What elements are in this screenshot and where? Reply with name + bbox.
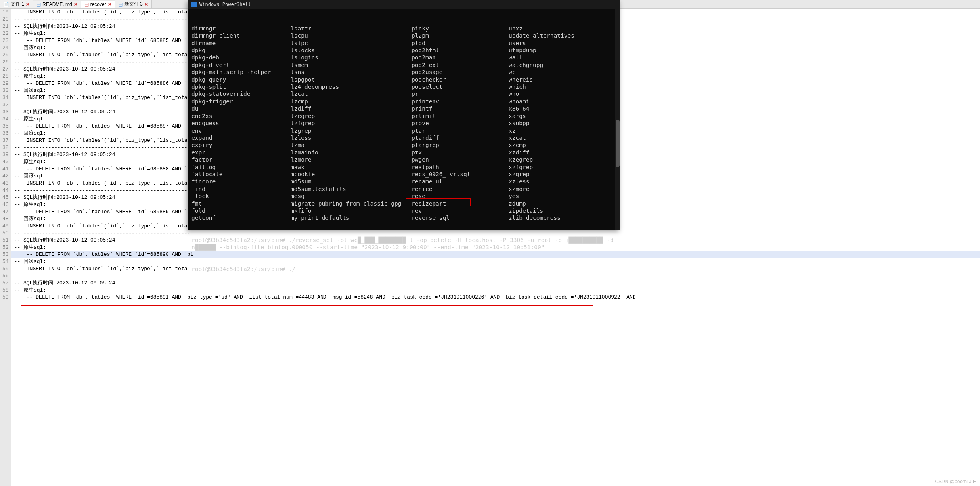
terminal-ls-entry: xzcmp bbox=[509, 141, 612, 149]
terminal-titlebar[interactable]: Windows PowerShell bbox=[188, 0, 620, 9]
terminal-ls-entry: pod2usage bbox=[412, 69, 509, 76]
terminal-ls-entry: lspgpot bbox=[291, 76, 412, 83]
terminal-ls-entry: ptargrep bbox=[412, 141, 509, 149]
terminal-ls-entry: podchecker bbox=[412, 76, 509, 83]
file-icon: ▤ bbox=[84, 2, 89, 7]
terminal-ls-entry: pod2text bbox=[412, 61, 509, 69]
terminal-ls-entry: xzdiff bbox=[509, 149, 612, 156]
tab-file1[interactable]: 📄 文件 1 ✕ bbox=[0, 0, 33, 8]
terminal-ls-entry: reset bbox=[412, 192, 509, 200]
terminal-ls-entry: lzegrep bbox=[291, 112, 412, 120]
terminal-ls-entry: env bbox=[191, 127, 291, 134]
terminal-ls-entry: podselect bbox=[412, 83, 509, 90]
terminal-ls-entry: which bbox=[509, 83, 612, 90]
terminal-ls-entry: mcookie bbox=[291, 171, 412, 178]
close-icon[interactable]: ✕ bbox=[108, 2, 112, 7]
terminal-ls-entry: pwgen bbox=[412, 156, 509, 163]
terminal-ls-entry: resizepart bbox=[412, 200, 509, 207]
terminal-ls-entry: realpath bbox=[412, 164, 509, 171]
terminal-ls-entry: xzmore bbox=[509, 185, 612, 192]
terminal-ls-entry: rev bbox=[412, 207, 509, 214]
terminal-ls-entry: lsipc bbox=[291, 40, 412, 47]
terminal-ls-entry: ptar bbox=[412, 127, 509, 134]
terminal-ls-entry: lslogins bbox=[291, 54, 412, 61]
terminal-ls-entry: yes bbox=[509, 192, 612, 200]
terminal-ls-entry: pinky bbox=[412, 25, 509, 32]
terminal-ls-entry: wc bbox=[509, 69, 612, 76]
terminal-ls-entry: lslocks bbox=[291, 47, 412, 54]
terminal-title: Windows PowerShell bbox=[199, 1, 251, 8]
terminal-ls-entry: dpkg-trigger bbox=[191, 98, 291, 105]
terminal-ls-entry: prlimit bbox=[412, 112, 509, 120]
terminal-ls-entry: zdump bbox=[509, 200, 612, 207]
terminal-ls-entry: recs_0926_ivr.sql bbox=[412, 171, 509, 178]
terminal-ls-entry: lzdiff bbox=[291, 105, 412, 112]
terminal-ls-entry: prove bbox=[412, 120, 509, 127]
terminal-ls-entry: xargs bbox=[509, 112, 612, 120]
watermark: CSDN @boomLJIE bbox=[935, 479, 976, 484]
scrollbar-thumb[interactable] bbox=[616, 120, 620, 167]
terminal-ls-entry: expand bbox=[191, 134, 291, 141]
terminal-ls-entry: dpkg bbox=[191, 47, 291, 54]
terminal-ls-entry: printf bbox=[412, 105, 509, 112]
terminal-window: Windows PowerShell dirmngrlsattrpinkyunx… bbox=[188, 0, 620, 230]
terminal-ls-entry: encguess bbox=[191, 120, 291, 127]
terminal-ls-entry: dpkg-query bbox=[191, 76, 291, 83]
terminal-ls-entry: md5sum.textutils bbox=[291, 185, 412, 192]
terminal-body[interactable]: dirmngrlsattrpinkyunxzdirmngr-clientlscp… bbox=[188, 9, 620, 289]
terminal-ls-entry: update-alternatives bbox=[509, 32, 612, 39]
terminal-scrollbar[interactable] bbox=[615, 9, 620, 230]
terminal-ls-entry: expr bbox=[191, 149, 291, 156]
close-icon[interactable]: ✕ bbox=[74, 2, 78, 7]
tab-label: README. md bbox=[42, 2, 72, 7]
terminal-ls-entry: xzless bbox=[509, 178, 612, 185]
terminal-ls-entry: xzcat bbox=[509, 134, 612, 141]
terminal-prompt-line1: root@93b34c5d3fa2:/usr/bin# ./reverse_sq… bbox=[191, 236, 617, 251]
terminal-ls-entry: unxz bbox=[509, 25, 612, 32]
tab-newfile3[interactable]: ▤ 新文件 3 ✕ bbox=[115, 0, 152, 8]
terminal-ls-entry: wall bbox=[509, 54, 612, 61]
terminal-ls-entry: xz bbox=[509, 127, 612, 134]
code-line: -- DELETE FROM `db`.`tables` WHERE `id`=… bbox=[11, 294, 980, 301]
terminal-ls-entry: lzfgrep bbox=[291, 120, 412, 127]
terminal-ls-entry: dirname bbox=[191, 40, 291, 47]
terminal-ls-entry: factor bbox=[191, 156, 291, 163]
terminal-ls-entry: mkfifo bbox=[291, 207, 412, 214]
terminal-ls-entry: lscpu bbox=[291, 32, 412, 39]
terminal-ls-entry: getconf bbox=[191, 214, 291, 221]
terminal-ls-entry: enc2xs bbox=[191, 112, 291, 120]
terminal-ls-entry: my_print_defaults bbox=[291, 214, 412, 221]
terminal-ls-entry: xsubpp bbox=[509, 120, 612, 127]
tab-label: 文件 1 bbox=[11, 1, 24, 8]
tab-readme[interactable]: ▤ README. md ✕ bbox=[33, 1, 81, 8]
terminal-ls-entry: pl2pm bbox=[412, 32, 509, 39]
terminal-ls-entry: renice bbox=[412, 185, 509, 192]
terminal-ls-entry: whoami bbox=[509, 98, 612, 105]
close-icon[interactable]: ✕ bbox=[26, 2, 30, 7]
terminal-ls-entry: find bbox=[191, 185, 291, 192]
powershell-icon bbox=[191, 2, 197, 7]
terminal-ls-entry: pldd bbox=[412, 40, 509, 47]
terminal-ls-entry: flock bbox=[191, 192, 291, 200]
terminal-prompt-line2: root@93b34c5d3fa2:/usr/bin# ./ bbox=[191, 265, 617, 273]
terminal-ls-entry: who bbox=[509, 90, 612, 97]
tab-recover[interactable]: ▤ recover ✕ bbox=[81, 1, 115, 8]
terminal-ls-entry: migrate-pubring-from-classic-gpg bbox=[291, 200, 412, 207]
terminal-ls-entry: dpkg-split bbox=[191, 83, 291, 90]
terminal-ls-entry: mawk bbox=[291, 164, 412, 171]
terminal-ls-entry: fmt bbox=[191, 200, 291, 207]
terminal-ls-entry: lzma bbox=[291, 141, 412, 149]
terminal-ls-entry: faillog bbox=[191, 164, 291, 171]
terminal-ls-entry: xzegrep bbox=[509, 156, 612, 163]
terminal-ls-entry: utmpdump bbox=[509, 47, 612, 54]
terminal-ls-entry: pod2man bbox=[412, 54, 509, 61]
terminal-ls-entry: reverse_sql bbox=[412, 214, 509, 221]
terminal-ls-entry: lzcat bbox=[291, 90, 412, 97]
terminal-ls-entry: mesg bbox=[291, 192, 412, 200]
terminal-ls-entry: lz4_decompress bbox=[291, 83, 412, 90]
terminal-ls-entry: pod2html bbox=[412, 47, 509, 54]
terminal-ls-entry: lsattr bbox=[291, 25, 412, 32]
terminal-ls-entry: pr bbox=[412, 90, 509, 97]
close-icon[interactable]: ✕ bbox=[144, 2, 148, 7]
terminal-ls-entry: zlib_decompress bbox=[509, 214, 612, 221]
